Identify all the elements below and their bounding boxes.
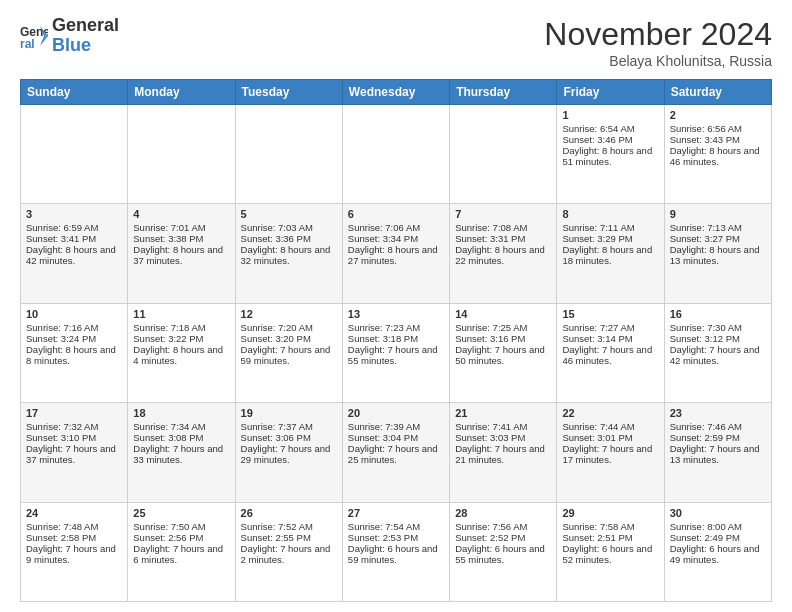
day-info: Sunrise: 6:56 AM [670, 123, 766, 134]
day-info: Sunrise: 7:50 AM [133, 521, 229, 532]
day-info: Daylight: 7 hours and 59 minutes. [241, 344, 337, 366]
day-number: 30 [670, 507, 766, 519]
day-number: 20 [348, 407, 444, 419]
day-number: 14 [455, 308, 551, 320]
day-number: 13 [348, 308, 444, 320]
day-number: 26 [241, 507, 337, 519]
day-number: 28 [455, 507, 551, 519]
day-info: Sunrise: 7:03 AM [241, 222, 337, 233]
day-number: 16 [670, 308, 766, 320]
location-subtitle: Belaya Kholunitsa, Russia [544, 53, 772, 69]
logo-icon: Gene ral [20, 22, 48, 50]
day-info: Sunset: 3:16 PM [455, 333, 551, 344]
calendar-cell: 8Sunrise: 7:11 AMSunset: 3:29 PMDaylight… [557, 204, 664, 303]
day-info: Sunrise: 7:54 AM [348, 521, 444, 532]
calendar-cell: 3Sunrise: 6:59 AMSunset: 3:41 PMDaylight… [21, 204, 128, 303]
day-info: Daylight: 7 hours and 42 minutes. [670, 344, 766, 366]
calendar-cell: 27Sunrise: 7:54 AMSunset: 2:53 PMDayligh… [342, 502, 449, 601]
week-row-0: 1Sunrise: 6:54 AMSunset: 3:46 PMDaylight… [21, 105, 772, 204]
calendar-cell: 13Sunrise: 7:23 AMSunset: 3:18 PMDayligh… [342, 303, 449, 402]
day-info: Sunrise: 8:00 AM [670, 521, 766, 532]
calendar-cell: 22Sunrise: 7:44 AMSunset: 3:01 PMDayligh… [557, 403, 664, 502]
day-info: Sunrise: 7:25 AM [455, 322, 551, 333]
header-day-monday: Monday [128, 80, 235, 105]
day-info: Daylight: 8 hours and 51 minutes. [562, 145, 658, 167]
week-row-2: 10Sunrise: 7:16 AMSunset: 3:24 PMDayligh… [21, 303, 772, 402]
day-info: Daylight: 7 hours and 25 minutes. [348, 443, 444, 465]
logo-line2: Blue [52, 36, 119, 56]
calendar-cell: 16Sunrise: 7:30 AMSunset: 3:12 PMDayligh… [664, 303, 771, 402]
day-info: Sunset: 3:22 PM [133, 333, 229, 344]
day-info: Sunrise: 7:56 AM [455, 521, 551, 532]
day-info: Sunrise: 7:46 AM [670, 421, 766, 432]
day-info: Sunrise: 7:23 AM [348, 322, 444, 333]
day-info: Sunrise: 7:08 AM [455, 222, 551, 233]
calendar-cell: 14Sunrise: 7:25 AMSunset: 3:16 PMDayligh… [450, 303, 557, 402]
title-block: November 2024 Belaya Kholunitsa, Russia [544, 16, 772, 69]
day-info: Sunrise: 7:37 AM [241, 421, 337, 432]
calendar-cell [128, 105, 235, 204]
day-info: Sunrise: 7:13 AM [670, 222, 766, 233]
day-info: Sunrise: 7:41 AM [455, 421, 551, 432]
calendar-cell [450, 105, 557, 204]
day-info: Sunset: 3:38 PM [133, 233, 229, 244]
day-info: Daylight: 8 hours and 22 minutes. [455, 244, 551, 266]
day-info: Daylight: 8 hours and 27 minutes. [348, 244, 444, 266]
day-number: 9 [670, 208, 766, 220]
day-number: 22 [562, 407, 658, 419]
day-info: Sunset: 3:01 PM [562, 432, 658, 443]
day-info: Sunset: 3:41 PM [26, 233, 122, 244]
day-info: Sunset: 3:12 PM [670, 333, 766, 344]
day-info: Sunset: 3:20 PM [241, 333, 337, 344]
day-info: Sunset: 3:34 PM [348, 233, 444, 244]
calendar-cell: 26Sunrise: 7:52 AMSunset: 2:55 PMDayligh… [235, 502, 342, 601]
calendar-cell: 29Sunrise: 7:58 AMSunset: 2:51 PMDayligh… [557, 502, 664, 601]
day-info: Daylight: 7 hours and 37 minutes. [26, 443, 122, 465]
header-day-sunday: Sunday [21, 80, 128, 105]
day-info: Daylight: 8 hours and 37 minutes. [133, 244, 229, 266]
day-number: 8 [562, 208, 658, 220]
day-info: Daylight: 8 hours and 32 minutes. [241, 244, 337, 266]
day-info: Daylight: 7 hours and 46 minutes. [562, 344, 658, 366]
day-info: Sunrise: 7:01 AM [133, 222, 229, 233]
day-info: Sunset: 2:56 PM [133, 532, 229, 543]
day-info: Sunset: 3:04 PM [348, 432, 444, 443]
day-number: 1 [562, 109, 658, 121]
calendar-cell: 24Sunrise: 7:48 AMSunset: 2:58 PMDayligh… [21, 502, 128, 601]
calendar-cell: 28Sunrise: 7:56 AMSunset: 2:52 PMDayligh… [450, 502, 557, 601]
calendar-cell: 17Sunrise: 7:32 AMSunset: 3:10 PMDayligh… [21, 403, 128, 502]
calendar-cell: 20Sunrise: 7:39 AMSunset: 3:04 PMDayligh… [342, 403, 449, 502]
calendar-cell: 4Sunrise: 7:01 AMSunset: 3:38 PMDaylight… [128, 204, 235, 303]
day-info: Sunrise: 7:06 AM [348, 222, 444, 233]
day-info: Sunrise: 7:18 AM [133, 322, 229, 333]
header-day-thursday: Thursday [450, 80, 557, 105]
day-info: Daylight: 7 hours and 9 minutes. [26, 543, 122, 565]
day-info: Sunset: 2:49 PM [670, 532, 766, 543]
day-number: 29 [562, 507, 658, 519]
day-info: Sunset: 3:08 PM [133, 432, 229, 443]
day-info: Sunrise: 6:59 AM [26, 222, 122, 233]
calendar-cell: 10Sunrise: 7:16 AMSunset: 3:24 PMDayligh… [21, 303, 128, 402]
day-number: 25 [133, 507, 229, 519]
calendar-cell [235, 105, 342, 204]
day-info: Daylight: 7 hours and 50 minutes. [455, 344, 551, 366]
calendar-cell: 6Sunrise: 7:06 AMSunset: 3:34 PMDaylight… [342, 204, 449, 303]
calendar-cell: 19Sunrise: 7:37 AMSunset: 3:06 PMDayligh… [235, 403, 342, 502]
day-number: 17 [26, 407, 122, 419]
day-info: Sunrise: 7:27 AM [562, 322, 658, 333]
day-info: Sunrise: 7:39 AM [348, 421, 444, 432]
day-number: 23 [670, 407, 766, 419]
calendar-cell: 21Sunrise: 7:41 AMSunset: 3:03 PMDayligh… [450, 403, 557, 502]
calendar-cell: 12Sunrise: 7:20 AMSunset: 3:20 PMDayligh… [235, 303, 342, 402]
calendar-cell: 11Sunrise: 7:18 AMSunset: 3:22 PMDayligh… [128, 303, 235, 402]
day-info: Sunset: 2:52 PM [455, 532, 551, 543]
day-info: Sunset: 2:55 PM [241, 532, 337, 543]
day-info: Daylight: 8 hours and 8 minutes. [26, 344, 122, 366]
calendar-table: SundayMondayTuesdayWednesdayThursdayFrid… [20, 79, 772, 602]
day-info: Sunset: 3:31 PM [455, 233, 551, 244]
day-number: 24 [26, 507, 122, 519]
calendar-cell: 9Sunrise: 7:13 AMSunset: 3:27 PMDaylight… [664, 204, 771, 303]
week-row-3: 17Sunrise: 7:32 AMSunset: 3:10 PMDayligh… [21, 403, 772, 502]
calendar-cell [21, 105, 128, 204]
day-info: Sunset: 2:59 PM [670, 432, 766, 443]
